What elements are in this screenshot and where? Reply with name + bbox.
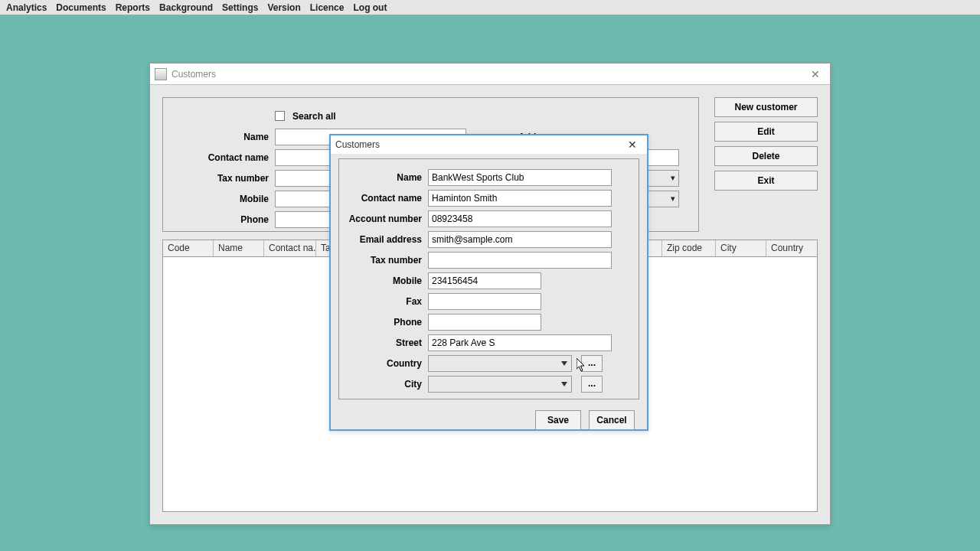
tax-number-label: Tax number [171, 173, 270, 184]
m-mobile-input[interactable] [428, 272, 541, 289]
m-country-more-button[interactable]: ... [581, 355, 603, 372]
menu-reports[interactable]: Reports [116, 2, 150, 13]
th-code[interactable]: Code [163, 240, 214, 256]
m-email-input[interactable] [428, 231, 612, 248]
mobile-label: Mobile [171, 194, 270, 204]
m-city-more-button[interactable]: ... [581, 376, 603, 393]
m-name-label: Name [347, 172, 423, 183]
m-fax-input[interactable] [428, 293, 541, 310]
save-button[interactable]: Save [535, 410, 581, 430]
name-label: Name [171, 132, 270, 142]
contact-name-label: Contact name [171, 152, 270, 163]
customers-titlebar: Customers ✕ [150, 64, 830, 85]
exit-button[interactable]: Exit [714, 171, 818, 191]
m-contact-input[interactable] [428, 190, 612, 207]
search-all-checkbox[interactable] [275, 111, 285, 121]
menu-licence[interactable]: Licence [310, 2, 345, 13]
th-name[interactable]: Name [214, 240, 264, 256]
dialog-form: Name Contact name Account number Email a… [338, 158, 639, 399]
app-menubar: Analytics Documents Reports Background S… [0, 0, 980, 15]
m-city-combo[interactable] [428, 376, 572, 393]
new-customer-button[interactable]: New customer [714, 97, 818, 117]
m-mobile-label: Mobile [347, 276, 423, 286]
delete-button[interactable]: Delete [714, 146, 818, 166]
m-name-input[interactable] [428, 169, 612, 186]
customer-edit-dialog: Customers ✕ Name Contact name Account nu… [329, 134, 648, 431]
menu-analytics[interactable]: Analytics [6, 2, 47, 13]
search-all-label: Search all [292, 111, 336, 122]
m-city-label: City [347, 379, 423, 390]
th-country[interactable]: Country [766, 240, 817, 256]
dialog-titlebar: Customers ✕ [331, 135, 647, 154]
customers-close-button[interactable]: ✕ [805, 67, 825, 81]
menu-background[interactable]: Background [159, 2, 213, 13]
dialog-close-button[interactable]: ✕ [622, 138, 642, 152]
phone-label: Phone [171, 214, 270, 225]
m-email-label: Email address [347, 234, 423, 245]
menu-logout[interactable]: Log out [353, 2, 387, 13]
th-city[interactable]: City [716, 240, 766, 256]
m-fax-label: Fax [347, 296, 423, 307]
m-country-label: Country [347, 358, 423, 369]
m-country-combo[interactable] [428, 355, 572, 372]
m-phone-label: Phone [347, 317, 423, 328]
m-tax-label: Tax number [347, 255, 423, 266]
m-street-label: Street [347, 337, 423, 348]
menu-documents[interactable]: Documents [56, 2, 106, 13]
cancel-button[interactable]: Cancel [589, 410, 635, 430]
edit-button[interactable]: Edit [714, 122, 818, 142]
m-tax-input[interactable] [428, 252, 612, 269]
menu-settings[interactable]: Settings [222, 2, 258, 13]
java-icon [155, 68, 167, 80]
m-account-label: Account number [347, 214, 423, 224]
action-button-column: New customer Edit Delete Exit [714, 97, 818, 232]
m-contact-label: Contact name [347, 193, 423, 204]
th-contact[interactable]: Contact na... [264, 240, 316, 256]
dialog-title: Customers [335, 139, 380, 150]
m-account-input[interactable] [428, 210, 612, 227]
m-street-input[interactable] [428, 334, 612, 351]
m-phone-input[interactable] [428, 314, 541, 331]
customers-window-title: Customers [172, 69, 216, 80]
th-zip[interactable]: Zip code [662, 240, 716, 256]
menu-version[interactable]: Version [267, 2, 300, 13]
